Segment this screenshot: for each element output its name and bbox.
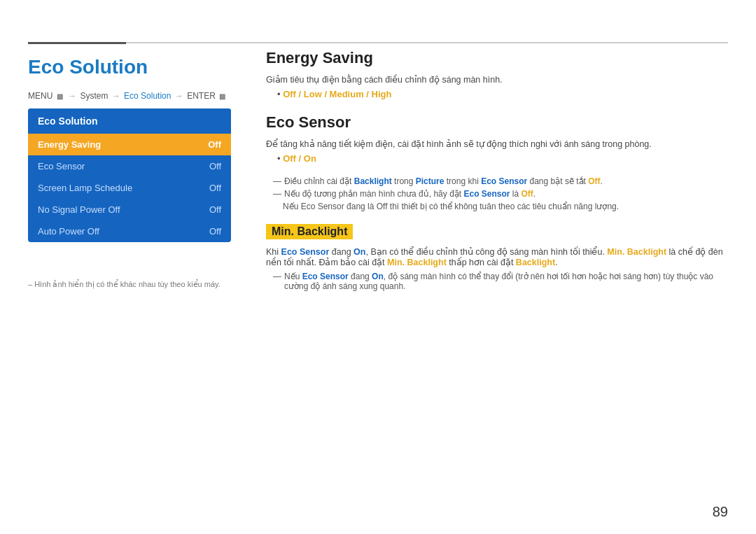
menu-title: Eco Solution — [28, 108, 231, 134]
note2-mid: là — [510, 189, 522, 199]
menu-item-screen-lamp[interactable]: Screen Lamp Schedule Off — [28, 177, 231, 199]
eco-sensor-section: Eco Sensor Để tăng khả năng tiết kiệm đi… — [266, 113, 728, 211]
eco-sensor-title: Eco Sensor — [266, 113, 728, 132]
menu-item-no-signal-label: No Signal Power Off — [38, 204, 120, 215]
mb-desc1-end: . — [555, 258, 557, 267]
mb-desc1-prefix: Khi — [266, 247, 281, 257]
mb-desc1-on: On — [354, 247, 365, 257]
menu-item-eco-sensor[interactable]: Eco Sensor Off — [28, 155, 231, 177]
menu-item-screen-lamp-value: Off — [209, 183, 221, 193]
mb-note-mid: đang — [349, 272, 372, 281]
menu-item-energy-saving[interactable]: Energy Saving Off — [28, 134, 231, 155]
energy-saving-section: Energy Saving Giảm tiêu thụ điện bằng cá… — [266, 49, 728, 99]
menu-item-energy-saving-label: Energy Saving — [38, 139, 101, 150]
eco-sensor-note1: Điều chỉnh cài đặt Backlight trong Pictu… — [273, 176, 728, 186]
energy-saving-options-list: Off / Low / Medium / High — [277, 89, 728, 99]
note1-picture: Picture — [416, 176, 444, 186]
energy-saving-options: Off / Low / Medium / High — [277, 89, 728, 99]
note1-prefix: Điều chỉnh cài đặt — [284, 176, 354, 186]
breadcrumb: MENU ▩ → System → Eco Solution → ENTER ▩ — [28, 91, 225, 101]
menu-item-no-signal-value: Off — [209, 204, 221, 215]
note2-end: . — [533, 189, 536, 199]
eco-sensor-options: Off / On — [277, 153, 728, 164]
breadcrumb-sep3: → — [175, 91, 186, 101]
mb-desc1-mid2: , Bạn có thể điều chỉnh thủ công độ sáng… — [365, 247, 607, 257]
right-content: Energy Saving Giảm tiêu thụ điện bằng cá… — [266, 49, 728, 294]
footnote: – Hình ảnh hiển thị có thể khác nhau tùy… — [28, 280, 220, 289]
top-line — [28, 42, 728, 43]
menu-item-auto-power[interactable]: Auto Power Off Off — [28, 220, 231, 242]
page-title: Eco Solution — [28, 56, 148, 78]
mb-desc1-ecosensor: Eco Sensor — [281, 247, 330, 257]
mb-desc1-mid: đang — [329, 247, 354, 257]
mb-note-prefix: Nếu — [284, 272, 302, 281]
note2-off: Off — [522, 189, 533, 199]
breadcrumb-system: System — [80, 91, 108, 101]
breadcrumb-enter: ENTER — [187, 91, 216, 101]
note1-end: . — [601, 176, 603, 186]
note1-suffix: đang bật sẽ tắt — [527, 176, 588, 186]
mb-desc1-minbacklight: Min. Backlight — [607, 247, 666, 257]
menu-item-eco-sensor-value: Off — [209, 161, 221, 171]
eco-sensor-desc: Để tăng khả năng tiết kiệm điện, cài đặt… — [266, 139, 728, 149]
energy-saving-title: Energy Saving — [266, 49, 728, 67]
menu-item-auto-power-label: Auto Power Off — [38, 226, 99, 237]
mb-desc1-backlight: Backlight — [516, 258, 555, 267]
note1-backlight: Backlight — [354, 176, 392, 186]
energy-saving-desc: Giảm tiêu thụ điện bằng cách điều chỉnh … — [266, 74, 728, 85]
mb-note-ecosensor: Eco Sensor — [302, 272, 349, 281]
breadcrumb-sep2: → — [112, 91, 122, 101]
breadcrumb-eco-solution: Eco Solution — [124, 91, 171, 101]
min-backlight-title: Min. Backlight — [266, 224, 353, 239]
eco-sensor-note2: Nếu độ tương phản màn hình chưa đủ, hãy … — [273, 189, 728, 199]
page-number: 89 — [713, 504, 728, 520]
mb-desc1-minbacklight2: Min. Backlight — [387, 258, 447, 267]
note2-ecosensor: Eco Sensor — [463, 189, 510, 199]
menu-item-no-signal[interactable]: No Signal Power Off Off — [28, 199, 231, 220]
energy-saving-options-text: Off / Low / Medium / High — [283, 89, 391, 99]
note1-ecosensor: Eco Sensor — [481, 176, 527, 186]
mb-desc1-mid4: thấp hơn cài đặt — [447, 258, 516, 267]
min-backlight-section: Min. Backlight Khi Eco Sensor đang On, B… — [266, 224, 728, 291]
note2-prefix: Nếu độ tương phản màn hình chưa đủ, hãy … — [284, 189, 463, 199]
min-backlight-desc: Khi Eco Sensor đang On, Bạn có thể điều … — [266, 246, 728, 267]
note1-mid2: trong khi — [444, 176, 481, 186]
note1-mid: trong — [392, 176, 416, 186]
eco-sensor-options-text: Off / On — [283, 153, 316, 164]
mb-note-on: On — [372, 272, 384, 281]
note1-off: Off — [588, 176, 600, 186]
menu-item-screen-lamp-label: Screen Lamp Schedule — [38, 183, 132, 193]
eco-sensor-options-list: Off / On — [277, 153, 728, 164]
menu-item-eco-sensor-label: Eco Sensor — [38, 161, 85, 171]
eco-sensor-note2-sub: Nếu Eco Sensor đang là Off thì thiết bị … — [283, 202, 728, 211]
breadcrumb-sep1: → — [68, 91, 78, 101]
menu-item-auto-power-value: Off — [209, 226, 221, 237]
eco-solution-menu: Eco Solution Energy Saving Off Eco Senso… — [28, 108, 231, 242]
menu-item-energy-saving-value: Off — [208, 139, 221, 150]
top-line-accent — [28, 42, 126, 44]
min-backlight-note: Nếu Eco Sensor đang On, độ sáng màn hình… — [273, 272, 728, 291]
breadcrumb-menu: MENU — [28, 91, 52, 101]
